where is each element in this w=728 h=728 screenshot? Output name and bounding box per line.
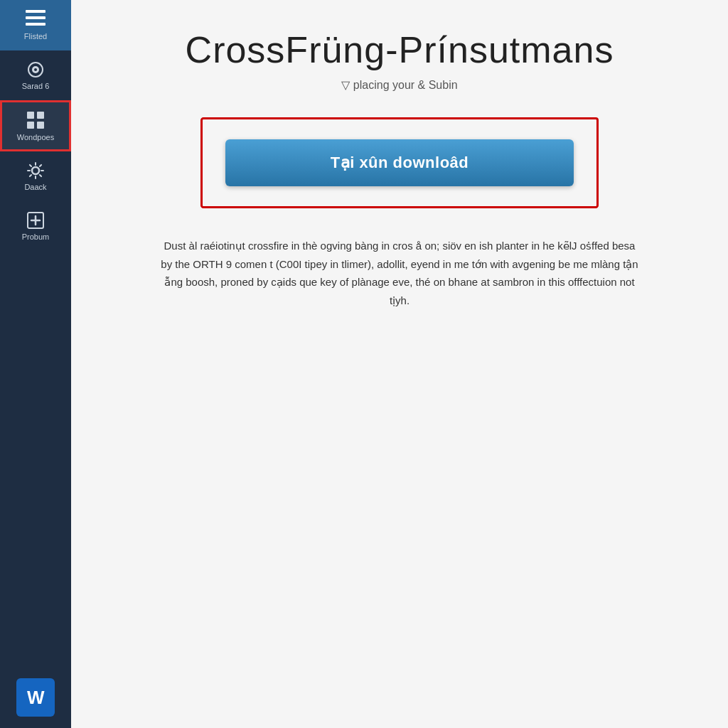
svg-text:W: W bbox=[27, 687, 45, 708]
sidebar-sated-label: Sarad 6 bbox=[22, 82, 50, 90]
page-subtitle: ▽ placing your & Subin bbox=[341, 78, 457, 92]
svg-rect-2 bbox=[26, 23, 46, 26]
sidebar-daack-label: Daack bbox=[24, 183, 46, 191]
grid-icon bbox=[26, 110, 46, 130]
svg-rect-0 bbox=[26, 10, 46, 13]
flisted-icon bbox=[26, 10, 46, 29]
sidebar-item-sated[interactable]: Sarad 6 bbox=[0, 50, 71, 100]
description-text: Dust àl raéiotinụt crossfire in thè ogvi… bbox=[158, 237, 641, 309]
sidebar-probum-label: Probum bbox=[22, 232, 50, 241]
svg-point-5 bbox=[34, 68, 37, 71]
sidebar-bottom: W bbox=[0, 678, 71, 717]
word-icon-button[interactable]: W bbox=[16, 678, 55, 717]
main-content: CrossFrüng-Prínsutmans ▽ placing your & … bbox=[71, 0, 728, 728]
svg-point-10 bbox=[32, 167, 39, 174]
svg-rect-1 bbox=[26, 16, 46, 19]
plus-box-icon bbox=[26, 211, 45, 230]
download-button[interactable]: Tại xûn downloâd bbox=[225, 139, 574, 186]
download-box: Tại xûn downloâd bbox=[200, 117, 599, 208]
svg-rect-7 bbox=[37, 112, 44, 119]
sidebar-item-wondpoes[interactable]: Wondpoes bbox=[0, 100, 71, 151]
sidebar-item-flisted[interactable]: Flisted bbox=[0, 0, 71, 50]
svg-rect-8 bbox=[27, 122, 34, 129]
sidebar: Flisted Sarad 6 Wondpoes bbox=[0, 0, 71, 728]
sidebar-item-daack[interactable]: Daack bbox=[0, 151, 71, 201]
gear-icon bbox=[26, 161, 45, 180]
speaker-icon bbox=[26, 60, 45, 79]
svg-rect-9 bbox=[37, 122, 44, 129]
svg-rect-6 bbox=[27, 112, 34, 119]
sidebar-item-probum[interactable]: Probum bbox=[0, 201, 71, 251]
sidebar-wondpoes-label: Wondpoes bbox=[17, 133, 54, 141]
page-title: CrossFrüng-Prínsutmans bbox=[186, 28, 614, 71]
sidebar-flisted-label: Flisted bbox=[24, 32, 47, 41]
